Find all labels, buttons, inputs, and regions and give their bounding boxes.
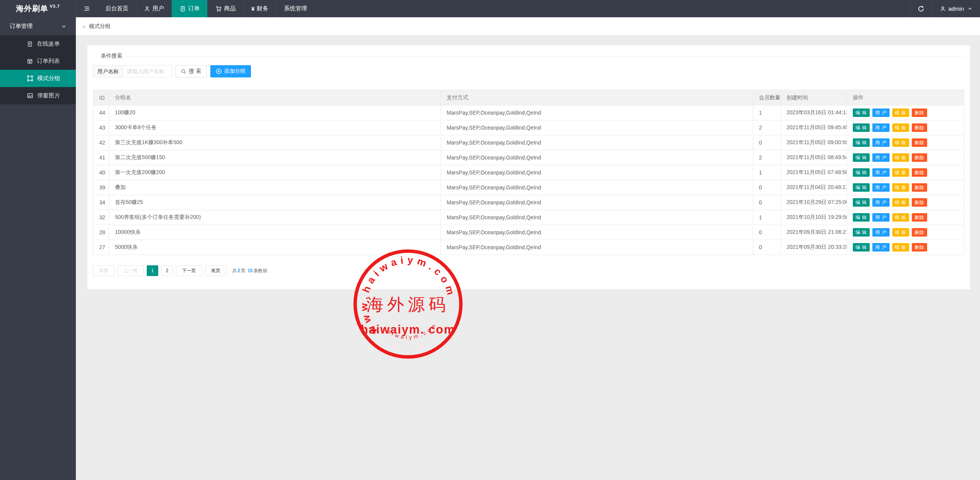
sidebar-item-order-list[interactable]: 订单列表 <box>0 53 76 70</box>
id-cell: 34 <box>93 195 109 210</box>
summary-total-pages: 2 <box>237 268 241 273</box>
actions-cell: 编 辑用 户模 板删除 <box>847 180 964 195</box>
edit-button[interactable]: 编 辑 <box>853 198 870 207</box>
pagination-next-button[interactable]: 下一页 <box>176 265 202 276</box>
hamburger-icon <box>84 5 90 12</box>
delete-button[interactable]: 删除 <box>912 243 927 252</box>
edit-button[interactable]: 编 辑 <box>853 168 870 177</box>
delete-button[interactable]: 删除 <box>912 138 927 147</box>
edit-button[interactable]: 编 辑 <box>853 153 870 162</box>
search-button-label: 搜 索 <box>189 68 201 75</box>
doc-icon <box>27 41 33 47</box>
column-header: 操作 <box>847 90 964 105</box>
nav-item-home[interactable]: 后台首页 <box>97 0 136 17</box>
group-icon <box>27 75 33 82</box>
user-menu[interactable]: admin <box>932 0 980 17</box>
user-button[interactable]: 用 户 <box>872 243 889 252</box>
delete-button[interactable]: 删除 <box>912 228 927 237</box>
created-cell: 2021年11月04日 20:48:17 <box>781 180 847 195</box>
edit-button[interactable]: 编 辑 <box>853 138 870 147</box>
sidebar-item-mode-group[interactable]: 模式分组 <box>0 70 76 87</box>
pagination-page-2[interactable]: 2 <box>161 265 173 276</box>
nav-item-goods[interactable]: 商品 <box>207 0 243 17</box>
actions-cell: 编 辑用 户模 板删除 <box>847 165 964 180</box>
refresh-button[interactable] <box>910 0 932 17</box>
summary-count-suffix: 条数据 <box>253 268 267 273</box>
table-row: 34首存50赚25MarsPay,SEP,Oceanpay,GoldInd,Qe… <box>93 195 964 210</box>
payment-cell: MarsPay,SEP,Oceanpay,GoldInd,QeInd <box>441 180 753 195</box>
nav-item-label: 商品 <box>224 5 236 12</box>
summary-pages-suffix: 页 <box>241 268 246 273</box>
user-icon <box>144 6 150 12</box>
template-button[interactable]: 模 板 <box>892 123 909 132</box>
topbar-right: admin <box>910 0 980 17</box>
delete-button[interactable]: 删除 <box>912 183 927 192</box>
template-button[interactable]: 模 板 <box>892 228 909 237</box>
sidebar-item-online-dispatch[interactable]: 在线派单 <box>0 35 76 53</box>
delete-button[interactable]: 删除 <box>912 168 927 177</box>
summary-prefix: 共 <box>232 268 237 273</box>
pagination-first-button[interactable]: 首页 <box>93 265 115 276</box>
edit-button[interactable]: 编 辑 <box>853 213 870 222</box>
nav-item-system[interactable]: 系统管理 <box>276 0 315 17</box>
template-button[interactable]: 模 板 <box>892 108 909 117</box>
user-button[interactable]: 用 户 <box>872 138 889 147</box>
template-button[interactable]: 模 板 <box>892 138 909 147</box>
group-name-cell: 第三次充值1K赚300补单500 <box>109 135 441 150</box>
sidebar-item-label: 模式分组 <box>37 75 60 82</box>
edit-button[interactable]: 编 辑 <box>853 243 870 252</box>
pagination-pages: 12 <box>147 265 176 276</box>
user-button[interactable]: 用 户 <box>872 213 889 222</box>
group-name-cell: 第二次充值500赚150 <box>109 150 441 165</box>
sidebar-item-popup-image[interactable]: 弹窗图片 <box>0 87 76 104</box>
payment-cell: MarsPay,SEP,Oceanpay,GoldInd,QeInd <box>441 150 753 165</box>
column-header: 会员数量 <box>753 90 781 105</box>
pagination-page-1[interactable]: 1 <box>147 265 158 276</box>
top-nav: 后台首页用户订单商品¥财务系统管理 <box>97 0 315 17</box>
edit-button[interactable]: 编 辑 <box>853 183 870 192</box>
id-cell: 41 <box>93 150 109 165</box>
delete-button[interactable]: 删除 <box>912 108 927 117</box>
created-cell: 2021年11月05日 08:49:54 <box>781 150 847 165</box>
payment-cell: MarsPay,SEP,Oceanpay,GoldInd,QeInd <box>441 240 753 255</box>
delete-button[interactable]: 删除 <box>912 123 927 132</box>
search-button[interactable]: 搜 索 <box>175 65 206 77</box>
id-cell: 28 <box>93 225 109 240</box>
username-input[interactable] <box>123 65 172 77</box>
group-name-cell: 5000快杀 <box>109 240 441 255</box>
user-button[interactable]: 用 户 <box>872 228 889 237</box>
nav-item-users[interactable]: 用户 <box>136 0 172 17</box>
edit-button[interactable]: 编 辑 <box>853 108 870 117</box>
id-cell: 44 <box>93 105 109 120</box>
user-button[interactable]: 用 户 <box>872 168 889 177</box>
breadcrumb: » 模式分组 <box>76 17 980 35</box>
template-button[interactable]: 模 板 <box>892 213 909 222</box>
template-button[interactable]: 模 板 <box>892 198 909 207</box>
actions-cell: 编 辑用 户模 板删除 <box>847 195 964 210</box>
user-button[interactable]: 用 户 <box>872 108 889 117</box>
collapse-menu-button[interactable] <box>76 0 97 17</box>
sidebar-group-order-management[interactable]: 订单管理 <box>0 17 76 35</box>
user-button[interactable]: 用 户 <box>872 123 889 132</box>
user-button[interactable]: 用 户 <box>872 198 889 207</box>
user-button[interactable]: 用 户 <box>872 153 889 162</box>
list-icon <box>27 58 33 64</box>
edit-button[interactable]: 编 辑 <box>853 123 870 132</box>
add-group-button[interactable]: 添加分组 <box>210 65 251 77</box>
edit-button[interactable]: 编 辑 <box>853 228 870 237</box>
actions-cell: 编 辑用 户模 板删除 <box>847 135 964 150</box>
delete-button[interactable]: 删除 <box>912 213 927 222</box>
template-button[interactable]: 模 板 <box>892 153 909 162</box>
nav-item-orders[interactable]: 订单 <box>172 0 207 17</box>
delete-button[interactable]: 删除 <box>912 198 927 207</box>
nav-item-finance[interactable]: ¥财务 <box>243 0 276 17</box>
app-logo: 海外刷单 V3.7 <box>0 0 76 17</box>
pagination-last-button[interactable]: 尾页 <box>205 265 226 276</box>
user-button[interactable]: 用 户 <box>872 183 889 192</box>
pagination-prev-button[interactable]: 上一页 <box>118 265 144 276</box>
template-button[interactable]: 模 板 <box>892 243 909 252</box>
delete-button[interactable]: 删除 <box>912 153 927 162</box>
template-button[interactable]: 模 板 <box>892 168 909 177</box>
template-button[interactable]: 模 板 <box>892 183 909 192</box>
nav-item-label: 用户 <box>152 5 164 12</box>
